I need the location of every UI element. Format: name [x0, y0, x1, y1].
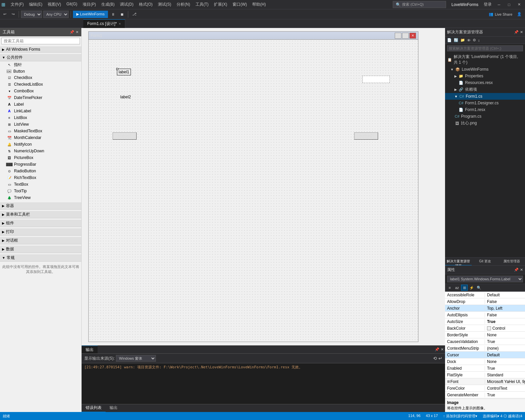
props-row-autoellipsis[interactable]: AutoEllipsis False: [445, 312, 525, 318]
maximize-button[interactable]: □: [504, 1, 514, 8]
toolbox-item-pointer[interactable]: ↖ 指针: [0, 61, 81, 68]
props-row-forecolor[interactable]: ForeColor ControlText: [445, 385, 525, 392]
props-btn-search[interactable]: 🔍: [476, 285, 482, 291]
menu-build[interactable]: 生成(B): [99, 1, 117, 8]
toolbox-section-menutool-header[interactable]: ▶ 菜单和工具栏: [0, 211, 81, 218]
form-close-button[interactable]: ✕: [409, 33, 416, 39]
props-btn-alpha[interactable]: az: [454, 285, 460, 291]
form-minimize-button[interactable]: ─: [395, 33, 401, 39]
menu-format[interactable]: 格式(O): [136, 1, 155, 8]
tab-form1-design[interactable]: Form1.cs [设计]* ×: [83, 19, 125, 28]
output-clear-button[interactable]: ⟲: [433, 356, 437, 361]
toolbox-search-input[interactable]: [1, 38, 80, 44]
sol-btn-4[interactable]: 👁: [466, 38, 471, 43]
menu-search[interactable]: 搜索 (Ctrl+Q): [402, 2, 423, 7]
toolbox-section-all-header[interactable]: ▶ All Windows Forms: [0, 46, 81, 53]
sol-item-png[interactable]: 🖼 比心.png: [445, 120, 525, 127]
platform-select[interactable]: Any CPU: [43, 11, 69, 18]
button1-control[interactable]: button1: [113, 132, 137, 140]
live-share-button[interactable]: 👥 Live Share: [489, 12, 512, 16]
props-row-anchor[interactable]: Anchor Top, Left: [445, 305, 525, 312]
props-row-font[interactable]: ⊞ Font Microsoft YaHei UI, 9pt: [445, 378, 525, 385]
solution-pin-button[interactable]: 📌: [514, 30, 519, 34]
props-row-generatemember[interactable]: GenerateMember True: [445, 392, 525, 398]
add-to-source-control-button[interactable]: ↑ 添加到源代码管理▾: [443, 414, 477, 419]
output-bottom-tab-errors[interactable]: 错误列表: [82, 404, 106, 412]
toolbox-item-button[interactable]: OK Button: [0, 68, 81, 74]
sol-item-resources[interactable]: 📄 Resources.resx: [445, 79, 525, 86]
props-btn-props[interactable]: ⊞: [461, 285, 468, 291]
sol-item-form1resx[interactable]: 📄 Form1.resx: [445, 106, 525, 113]
properties-target-select[interactable]: label1 System.Windows.Forms.Label: [447, 276, 523, 282]
output-wrap-button[interactable]: ↵: [438, 356, 442, 361]
sol-item-project[interactable]: ▼ 📦 LoveWinForms: [445, 66, 525, 73]
toolbox-item-checkbox[interactable]: ☑ CheckBox: [0, 74, 81, 81]
toolbar-btn-pause[interactable]: ⏸: [109, 12, 117, 17]
toolbox-item-combobox[interactable]: ▾ ComboBox: [0, 88, 81, 94]
toolbox-section-dialog-header[interactable]: ▶ 对话框: [0, 237, 81, 244]
sol-btn-2[interactable]: 🔄: [453, 37, 459, 43]
minimize-button[interactable]: ─: [494, 1, 504, 8]
menu-project[interactable]: 项目(P): [80, 1, 99, 8]
sol-item-properties[interactable]: ▶ 📁 Properties: [445, 73, 525, 79]
sol-item-dependencies[interactable]: ▶ 🔗 依赖项: [445, 86, 525, 93]
run-button[interactable]: ▶ LoveWinForms: [73, 11, 108, 18]
props-btn-events[interactable]: ⚡: [468, 285, 475, 291]
toolbox-item-maskedtextbox[interactable]: ▭ MaskedTextBox: [0, 128, 81, 134]
sol-item-solution[interactable]: 📋 解决方案 'LoveWinForms' (1 个项目, 共 1 个): [445, 53, 525, 66]
sol-item-form1designer[interactable]: C# Form1.Designer.cs: [445, 100, 525, 106]
label2-control[interactable]: label2: [120, 95, 131, 99]
props-row-borderstyle[interactable]: BorderStyle None: [445, 332, 525, 338]
props-pin-button[interactable]: 📌: [514, 268, 519, 272]
output-close-button[interactable]: ✕: [441, 347, 444, 352]
sol-btn-5[interactable]: ⚙: [472, 37, 477, 43]
props-row-allowdrop[interactable]: AllowDrop False: [445, 298, 525, 305]
menu-extensions[interactable]: 扩展(X): [211, 1, 230, 8]
toolbox-item-radiobutton[interactable]: ⊙ RadioButton: [0, 168, 81, 174]
props-row-contextmenustrip[interactable]: ContextMenuStrip (none): [445, 345, 525, 352]
toolbox-item-datetimepicker[interactable]: 📅 DateTimePicker: [0, 94, 81, 101]
solution-search-input[interactable]: [447, 45, 523, 51]
props-row-backcolor[interactable]: BackColor Control: [445, 325, 525, 332]
toolbox-section-container-header[interactable]: ▶ 容器: [0, 202, 81, 210]
output-pin-button[interactable]: 📌: [435, 347, 439, 352]
toolbox-item-linklabel[interactable]: A LinkLabel: [0, 108, 81, 114]
props-btn-category[interactable]: ≡: [446, 285, 453, 291]
toolbox-section-data-header[interactable]: ▶ 数据: [0, 246, 81, 253]
props-row-autosize[interactable]: AutoSize True: [445, 318, 525, 325]
close-button[interactable]: ✕: [514, 1, 524, 8]
toolbar-btn-undo[interactable]: ↩: [1, 11, 8, 17]
menu-edit[interactable]: 编辑(E): [26, 1, 45, 8]
toolbox-item-listbox[interactable]: ≡ ListBox: [0, 114, 81, 121]
toolbox-section-common-header[interactable]: ▼ 公共控件: [0, 54, 81, 61]
menu-view[interactable]: 视图(V): [45, 1, 64, 8]
form-designer[interactable]: Form1 ─ □ ✕ label1: [82, 28, 445, 345]
toolbox-item-tooltip[interactable]: 💬 ToolTip: [0, 188, 81, 194]
form-body[interactable]: label1 label2 button1 button2: [89, 40, 418, 342]
form-maximize-button[interactable]: □: [402, 33, 409, 39]
sol-item-programcs[interactable]: C# Program.cs: [445, 113, 525, 120]
menu-tools[interactable]: 工具(T): [193, 1, 211, 8]
toolbar-btn-stop[interactable]: ⏹: [118, 12, 126, 17]
toolbox-item-progressbar[interactable]: ▓▓▓ ProgressBar: [0, 161, 81, 168]
tab-close-button[interactable]: ×: [119, 22, 121, 26]
button2-control[interactable]: button2: [354, 132, 378, 140]
sol-btn-1[interactable]: 📄: [446, 37, 452, 43]
sol-tab-props-mgr[interactable]: 属性管理器: [498, 258, 525, 265]
props-row-enabled[interactable]: Enabled True: [445, 365, 525, 372]
toolbox-item-richtextbox[interactable]: 📝 RichTextBox: [0, 174, 81, 181]
login-button[interactable]: 登录: [484, 2, 492, 7]
toolbox-item-textbox[interactable]: ▭ TextBox: [0, 181, 81, 188]
toolbox-section-general-header[interactable]: ▼ 常规: [0, 254, 81, 262]
toolbox-section-component-header[interactable]: ▶ 组件: [0, 220, 81, 227]
sol-tab-solution[interactable]: 解决方案资源管理器: [445, 258, 472, 265]
output-source-select[interactable]: Windows 窗体: [116, 355, 156, 362]
menu-debug[interactable]: 调试(D): [117, 1, 136, 8]
toolbox-item-notifyicon[interactable]: 🔔 NotifyIcon: [0, 141, 81, 148]
toolbox-item-numericupdown[interactable]: ⇅ NumericUpDown: [0, 148, 81, 154]
toolbox-item-picturebox[interactable]: 🖼 PictureBox: [0, 154, 81, 161]
label1-control[interactable]: label1: [117, 69, 131, 75]
toolbar-btn-account[interactable]: 👤: [515, 11, 524, 17]
output-bottom-tab-output[interactable]: 输出: [106, 404, 122, 412]
toolbox-item-label[interactable]: A Label: [0, 101, 81, 108]
